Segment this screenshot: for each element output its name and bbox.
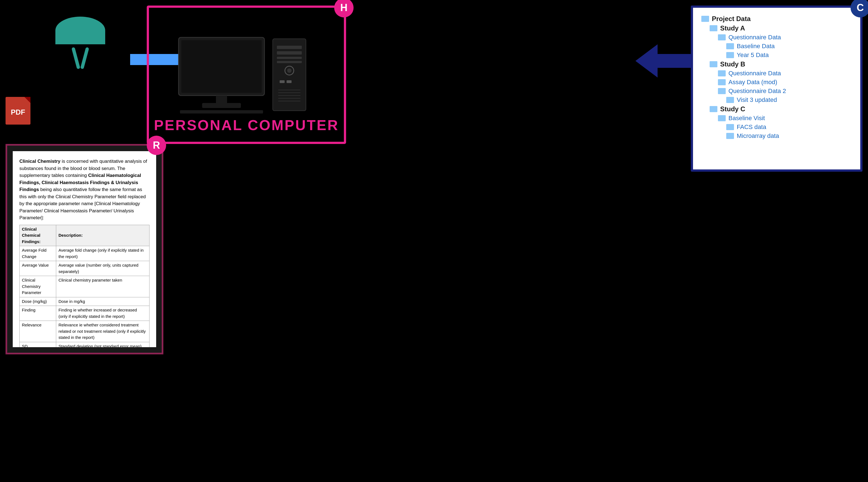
svg-rect-8 bbox=[277, 57, 302, 59]
table-row: Relevance Relevance ie whether considere… bbox=[20, 321, 150, 342]
folder-icon bbox=[718, 34, 726, 40]
tree-item-year5-data: Year 5 Data bbox=[726, 52, 855, 59]
table-row: Finding Finding ie whether increased or … bbox=[20, 306, 150, 321]
table-row: SD Standard deviation (not standard erro… bbox=[20, 342, 150, 347]
tree-item-assay-data: Assay Data (mod) bbox=[718, 78, 855, 86]
folder-icon bbox=[718, 88, 726, 94]
table-cell: Standard deviation (not standard error m… bbox=[56, 342, 150, 347]
pdf-icon-corner bbox=[24, 97, 30, 103]
folder-icon bbox=[701, 16, 709, 22]
tree-label: Study A bbox=[720, 24, 745, 32]
folder-icon bbox=[726, 43, 734, 49]
pdf-icon: PDF bbox=[5, 97, 33, 127]
table-cell: Average Value bbox=[20, 261, 56, 276]
table-row: Dose (mg/kg) Dose in mg/kg bbox=[20, 297, 150, 306]
folder-icon bbox=[726, 52, 734, 58]
table-header-description: Description: bbox=[56, 225, 150, 246]
left-arrow-svg bbox=[636, 39, 696, 83]
table-cell: Average value (number only, units captur… bbox=[56, 261, 150, 276]
table-cell: Relevance ie whether considered treatmen… bbox=[56, 321, 150, 342]
document-content: Clinical Chemistry is concerned with qua… bbox=[13, 151, 156, 347]
table-header-findings: Clinical Chemical Findings: bbox=[20, 225, 56, 246]
tower-svg bbox=[271, 37, 307, 112]
folder-icon bbox=[710, 25, 717, 31]
table-row: Clinical Chemistry Parameter Clinical ch… bbox=[20, 276, 150, 297]
document-box: Clinical Chemistry is concerned with qua… bbox=[5, 144, 163, 354]
table-cell: Average Fold Change bbox=[20, 246, 56, 261]
folder-icon bbox=[710, 106, 717, 112]
svg-rect-1 bbox=[181, 40, 261, 93]
tree-label: Study B bbox=[720, 60, 745, 68]
tree-item-project-data: Project Data bbox=[701, 15, 855, 23]
tree-item-questionnaire-data-1: Questionnaire Data bbox=[718, 34, 855, 41]
folder-icon bbox=[726, 133, 734, 139]
svg-rect-3 bbox=[202, 103, 241, 108]
tree-item-study-b: Study B bbox=[710, 60, 855, 68]
doc-intro: Clinical Chemistry is concerned with qua… bbox=[20, 158, 150, 222]
table-cell: Finding ie whether increased or decrease… bbox=[56, 306, 150, 321]
folder-icon bbox=[726, 97, 734, 103]
table-row: Average Value Average value (number only… bbox=[20, 261, 150, 276]
tree-label: Baseline Data bbox=[737, 43, 775, 50]
tree-item-study-a: Study A bbox=[710, 24, 855, 32]
tree-label: FACS data bbox=[737, 124, 766, 131]
h-badge: H bbox=[334, 0, 353, 18]
tree-label: Study C bbox=[720, 105, 745, 113]
person-icon bbox=[39, 17, 122, 100]
person-leg-right bbox=[80, 47, 89, 69]
tree-item-questionnaire-data-2: Questionnaire Data bbox=[718, 70, 855, 77]
computer-label: PERSONAL COMPUTER bbox=[154, 117, 339, 133]
svg-marker-19 bbox=[636, 44, 696, 77]
svg-rect-6 bbox=[277, 46, 302, 49]
left-arrow-container bbox=[636, 39, 696, 83]
tree-item-microarray-data: Microarray data bbox=[726, 132, 855, 139]
tree-item-baseline-data: Baseline Data bbox=[726, 43, 855, 50]
tree-label: Baseline Visit bbox=[728, 115, 765, 122]
svg-rect-9 bbox=[277, 61, 302, 63]
folder-icon bbox=[718, 79, 726, 85]
folder-icon bbox=[726, 124, 734, 130]
tree-label: Questionnaire Data bbox=[728, 34, 781, 41]
folder-icon bbox=[710, 61, 717, 67]
tree-label: Questionnaire Data bbox=[728, 70, 781, 77]
tree-label: Year 5 Data bbox=[737, 52, 769, 59]
svg-rect-12 bbox=[280, 80, 285, 83]
table-cell: Dose in mg/kg bbox=[56, 297, 150, 306]
svg-rect-13 bbox=[286, 80, 291, 83]
folder-icon bbox=[718, 70, 726, 76]
table-cell: Dose (mg/kg) bbox=[20, 297, 56, 306]
table-cell: Clinical chemistry parameter taken bbox=[56, 276, 150, 297]
tree-item-baseline-visit: Baseline Visit bbox=[718, 115, 855, 122]
table-cell: Average fold change (only if explicitly … bbox=[56, 246, 150, 261]
tree-label: Questionnaire Data 2 bbox=[728, 88, 786, 95]
table-cell: Relevance bbox=[20, 321, 56, 342]
table-row: Average Fold Change Average fold change … bbox=[20, 246, 150, 261]
tree-item-study-c: Study C bbox=[710, 105, 855, 113]
table-cell: SD bbox=[20, 342, 56, 347]
tree-label: Microarray data bbox=[737, 132, 779, 139]
person-leg-left bbox=[71, 47, 80, 69]
tree-item-questionnaire-data-3: Questionnaire Data 2 bbox=[718, 88, 855, 95]
r-badge: R bbox=[147, 136, 166, 155]
svg-point-11 bbox=[287, 68, 291, 73]
tree-box: C Project Data Study A Questionnaire Dat… bbox=[691, 5, 863, 172]
computer-box: H bbox=[147, 5, 346, 144]
computer-illustration bbox=[177, 26, 316, 123]
svg-rect-7 bbox=[277, 51, 302, 55]
tree-label: Visit 3 updated bbox=[737, 96, 777, 103]
person-head bbox=[55, 17, 105, 44]
svg-rect-4 bbox=[180, 110, 263, 114]
tree-label: Assay Data (mod) bbox=[728, 78, 777, 86]
table-cell: Clinical Chemistry Parameter bbox=[20, 276, 56, 297]
svg-rect-2 bbox=[216, 96, 227, 104]
person-body bbox=[74, 47, 86, 69]
monitor-svg bbox=[177, 36, 266, 114]
pdf-label: PDF bbox=[11, 108, 25, 117]
folder-icon bbox=[718, 115, 726, 121]
table-cell: Finding bbox=[20, 306, 56, 321]
pdf-icon-body: PDF bbox=[5, 97, 30, 125]
doc-table: Clinical Chemical Findings: Description:… bbox=[20, 225, 150, 348]
tree-item-facs-data: FACS data bbox=[726, 124, 855, 131]
tree-label: Project Data bbox=[712, 15, 751, 23]
tree-item-visit3-updated: Visit 3 updated bbox=[726, 96, 855, 103]
